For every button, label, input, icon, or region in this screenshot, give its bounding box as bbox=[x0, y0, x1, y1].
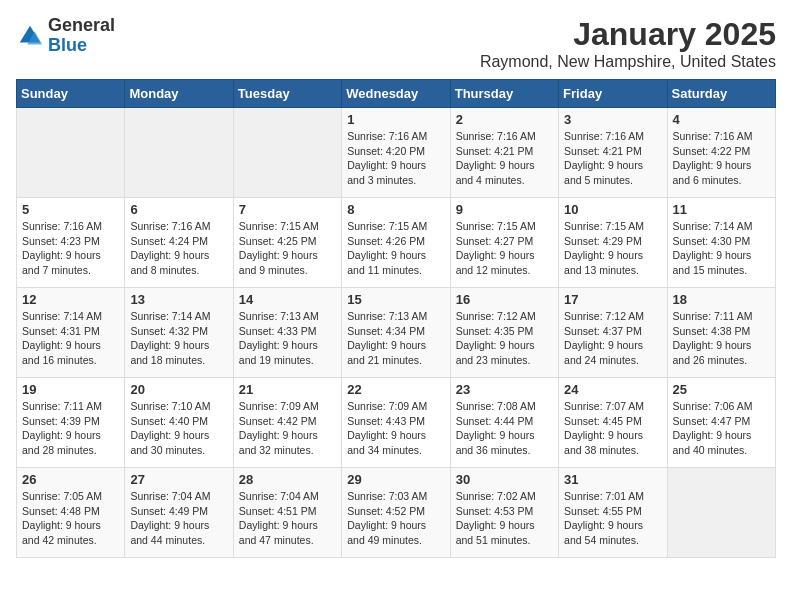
calendar-cell: 20Sunrise: 7:10 AM Sunset: 4:40 PM Dayli… bbox=[125, 378, 233, 468]
logo-icon bbox=[16, 22, 44, 50]
day-info: Sunrise: 7:11 AM Sunset: 4:39 PM Dayligh… bbox=[22, 399, 119, 458]
weekday-header-monday: Monday bbox=[125, 80, 233, 108]
calendar-cell: 16Sunrise: 7:12 AM Sunset: 4:35 PM Dayli… bbox=[450, 288, 558, 378]
day-number: 11 bbox=[673, 202, 770, 217]
calendar-table: SundayMondayTuesdayWednesdayThursdayFrid… bbox=[16, 79, 776, 558]
calendar-cell: 26Sunrise: 7:05 AM Sunset: 4:48 PM Dayli… bbox=[17, 468, 125, 558]
weekday-header-saturday: Saturday bbox=[667, 80, 775, 108]
location-title: Raymond, New Hampshire, United States bbox=[480, 53, 776, 71]
calendar-cell: 28Sunrise: 7:04 AM Sunset: 4:51 PM Dayli… bbox=[233, 468, 341, 558]
day-info: Sunrise: 7:14 AM Sunset: 4:30 PM Dayligh… bbox=[673, 219, 770, 278]
day-number: 28 bbox=[239, 472, 336, 487]
calendar-cell bbox=[233, 108, 341, 198]
day-number: 21 bbox=[239, 382, 336, 397]
day-info: Sunrise: 7:14 AM Sunset: 4:31 PM Dayligh… bbox=[22, 309, 119, 368]
title-area: January 2025 Raymond, New Hampshire, Uni… bbox=[480, 16, 776, 71]
weekday-header-friday: Friday bbox=[559, 80, 667, 108]
weekday-header-wednesday: Wednesday bbox=[342, 80, 450, 108]
day-number: 15 bbox=[347, 292, 444, 307]
day-info: Sunrise: 7:15 AM Sunset: 4:27 PM Dayligh… bbox=[456, 219, 553, 278]
day-number: 19 bbox=[22, 382, 119, 397]
day-number: 31 bbox=[564, 472, 661, 487]
day-number: 22 bbox=[347, 382, 444, 397]
day-info: Sunrise: 7:11 AM Sunset: 4:38 PM Dayligh… bbox=[673, 309, 770, 368]
weekday-header-sunday: Sunday bbox=[17, 80, 125, 108]
calendar-cell: 21Sunrise: 7:09 AM Sunset: 4:42 PM Dayli… bbox=[233, 378, 341, 468]
day-info: Sunrise: 7:04 AM Sunset: 4:49 PM Dayligh… bbox=[130, 489, 227, 548]
day-info: Sunrise: 7:10 AM Sunset: 4:40 PM Dayligh… bbox=[130, 399, 227, 458]
day-number: 20 bbox=[130, 382, 227, 397]
calendar-cell: 15Sunrise: 7:13 AM Sunset: 4:34 PM Dayli… bbox=[342, 288, 450, 378]
day-number: 1 bbox=[347, 112, 444, 127]
calendar-cell: 18Sunrise: 7:11 AM Sunset: 4:38 PM Dayli… bbox=[667, 288, 775, 378]
calendar-cell: 30Sunrise: 7:02 AM Sunset: 4:53 PM Dayli… bbox=[450, 468, 558, 558]
day-info: Sunrise: 7:16 AM Sunset: 4:23 PM Dayligh… bbox=[22, 219, 119, 278]
day-info: Sunrise: 7:16 AM Sunset: 4:24 PM Dayligh… bbox=[130, 219, 227, 278]
day-number: 8 bbox=[347, 202, 444, 217]
day-info: Sunrise: 7:04 AM Sunset: 4:51 PM Dayligh… bbox=[239, 489, 336, 548]
day-info: Sunrise: 7:01 AM Sunset: 4:55 PM Dayligh… bbox=[564, 489, 661, 548]
calendar-cell: 13Sunrise: 7:14 AM Sunset: 4:32 PM Dayli… bbox=[125, 288, 233, 378]
calendar-cell: 6Sunrise: 7:16 AM Sunset: 4:24 PM Daylig… bbox=[125, 198, 233, 288]
day-info: Sunrise: 7:09 AM Sunset: 4:42 PM Dayligh… bbox=[239, 399, 336, 458]
calendar-cell: 19Sunrise: 7:11 AM Sunset: 4:39 PM Dayli… bbox=[17, 378, 125, 468]
calendar-cell: 8Sunrise: 7:15 AM Sunset: 4:26 PM Daylig… bbox=[342, 198, 450, 288]
week-row-2: 5Sunrise: 7:16 AM Sunset: 4:23 PM Daylig… bbox=[17, 198, 776, 288]
week-row-3: 12Sunrise: 7:14 AM Sunset: 4:31 PM Dayli… bbox=[17, 288, 776, 378]
calendar-cell bbox=[17, 108, 125, 198]
day-number: 24 bbox=[564, 382, 661, 397]
calendar-cell: 31Sunrise: 7:01 AM Sunset: 4:55 PM Dayli… bbox=[559, 468, 667, 558]
day-info: Sunrise: 7:05 AM Sunset: 4:48 PM Dayligh… bbox=[22, 489, 119, 548]
week-row-1: 1Sunrise: 7:16 AM Sunset: 4:20 PM Daylig… bbox=[17, 108, 776, 198]
day-number: 10 bbox=[564, 202, 661, 217]
weekday-header-row: SundayMondayTuesdayWednesdayThursdayFrid… bbox=[17, 80, 776, 108]
calendar-cell bbox=[125, 108, 233, 198]
calendar-cell: 14Sunrise: 7:13 AM Sunset: 4:33 PM Dayli… bbox=[233, 288, 341, 378]
day-info: Sunrise: 7:12 AM Sunset: 4:37 PM Dayligh… bbox=[564, 309, 661, 368]
day-number: 7 bbox=[239, 202, 336, 217]
weekday-header-tuesday: Tuesday bbox=[233, 80, 341, 108]
calendar-cell bbox=[667, 468, 775, 558]
day-number: 9 bbox=[456, 202, 553, 217]
week-row-5: 26Sunrise: 7:05 AM Sunset: 4:48 PM Dayli… bbox=[17, 468, 776, 558]
calendar-cell: 2Sunrise: 7:16 AM Sunset: 4:21 PM Daylig… bbox=[450, 108, 558, 198]
day-number: 2 bbox=[456, 112, 553, 127]
logo: General Blue bbox=[16, 16, 115, 56]
calendar-cell: 4Sunrise: 7:16 AM Sunset: 4:22 PM Daylig… bbox=[667, 108, 775, 198]
calendar-cell: 17Sunrise: 7:12 AM Sunset: 4:37 PM Dayli… bbox=[559, 288, 667, 378]
day-info: Sunrise: 7:12 AM Sunset: 4:35 PM Dayligh… bbox=[456, 309, 553, 368]
day-info: Sunrise: 7:13 AM Sunset: 4:33 PM Dayligh… bbox=[239, 309, 336, 368]
day-number: 27 bbox=[130, 472, 227, 487]
calendar-cell: 3Sunrise: 7:16 AM Sunset: 4:21 PM Daylig… bbox=[559, 108, 667, 198]
day-number: 5 bbox=[22, 202, 119, 217]
day-info: Sunrise: 7:09 AM Sunset: 4:43 PM Dayligh… bbox=[347, 399, 444, 458]
day-info: Sunrise: 7:14 AM Sunset: 4:32 PM Dayligh… bbox=[130, 309, 227, 368]
day-info: Sunrise: 7:15 AM Sunset: 4:26 PM Dayligh… bbox=[347, 219, 444, 278]
calendar-cell: 12Sunrise: 7:14 AM Sunset: 4:31 PM Dayli… bbox=[17, 288, 125, 378]
calendar-cell: 1Sunrise: 7:16 AM Sunset: 4:20 PM Daylig… bbox=[342, 108, 450, 198]
day-number: 30 bbox=[456, 472, 553, 487]
day-number: 18 bbox=[673, 292, 770, 307]
day-number: 17 bbox=[564, 292, 661, 307]
day-info: Sunrise: 7:07 AM Sunset: 4:45 PM Dayligh… bbox=[564, 399, 661, 458]
day-info: Sunrise: 7:03 AM Sunset: 4:52 PM Dayligh… bbox=[347, 489, 444, 548]
day-info: Sunrise: 7:15 AM Sunset: 4:29 PM Dayligh… bbox=[564, 219, 661, 278]
month-title: January 2025 bbox=[480, 16, 776, 53]
day-info: Sunrise: 7:13 AM Sunset: 4:34 PM Dayligh… bbox=[347, 309, 444, 368]
weekday-header-thursday: Thursday bbox=[450, 80, 558, 108]
day-info: Sunrise: 7:15 AM Sunset: 4:25 PM Dayligh… bbox=[239, 219, 336, 278]
day-info: Sunrise: 7:16 AM Sunset: 4:20 PM Dayligh… bbox=[347, 129, 444, 188]
calendar-cell: 29Sunrise: 7:03 AM Sunset: 4:52 PM Dayli… bbox=[342, 468, 450, 558]
logo-blue: Blue bbox=[48, 36, 115, 56]
calendar-cell: 9Sunrise: 7:15 AM Sunset: 4:27 PM Daylig… bbox=[450, 198, 558, 288]
calendar-cell: 27Sunrise: 7:04 AM Sunset: 4:49 PM Dayli… bbox=[125, 468, 233, 558]
calendar-cell: 24Sunrise: 7:07 AM Sunset: 4:45 PM Dayli… bbox=[559, 378, 667, 468]
logo-general: General bbox=[48, 16, 115, 36]
day-number: 12 bbox=[22, 292, 119, 307]
day-info: Sunrise: 7:16 AM Sunset: 4:21 PM Dayligh… bbox=[564, 129, 661, 188]
day-number: 25 bbox=[673, 382, 770, 397]
day-number: 6 bbox=[130, 202, 227, 217]
calendar-cell: 5Sunrise: 7:16 AM Sunset: 4:23 PM Daylig… bbox=[17, 198, 125, 288]
calendar-cell: 23Sunrise: 7:08 AM Sunset: 4:44 PM Dayli… bbox=[450, 378, 558, 468]
day-number: 4 bbox=[673, 112, 770, 127]
